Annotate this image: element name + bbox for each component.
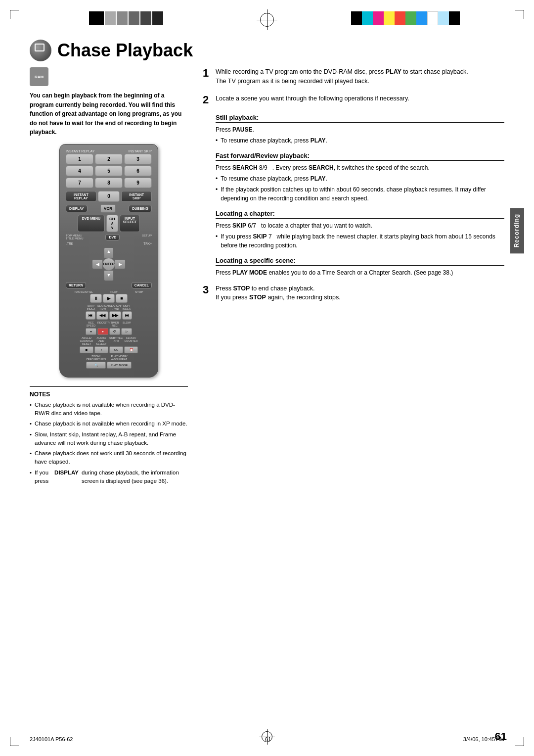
corner-mark-br xyxy=(515,737,524,746)
content-columns: You can begin playback from the beginnin… xyxy=(30,67,504,487)
btn-play[interactable]: ▶ xyxy=(103,294,115,303)
crosshair-circle-top xyxy=(260,13,274,27)
step-3-num: 3 xyxy=(203,284,212,303)
btn-ffwd[interactable]: ▶▶ xyxy=(109,311,121,320)
still-bullet: • To resume chase playback, press PLAY. xyxy=(216,136,504,145)
btn-dvd[interactable]: DVD xyxy=(105,234,120,240)
btn-skip-fwd[interactable]: ⏭ xyxy=(122,311,132,320)
btn-dubbing[interactable]: DUBBING xyxy=(129,205,152,212)
btn-rew[interactable]: ◀◀ xyxy=(96,311,108,320)
btn-3[interactable]: 3 xyxy=(124,154,152,164)
btn-vcr[interactable]: VCR xyxy=(100,204,116,213)
rec-row: ● ● ⏱ ▷ xyxy=(66,328,152,335)
corner-mark-bl xyxy=(10,737,19,746)
btn-play-mode[interactable]: PLAY MODE xyxy=(107,362,132,369)
btn-0[interactable]: 0 xyxy=(98,191,120,202)
btn-enter[interactable]: ENTER xyxy=(102,258,115,271)
ffwd-title: Fast forward/Review playback: xyxy=(216,152,504,161)
ffwd-section: Fast forward/Review playback: Press SEAR… xyxy=(216,152,504,203)
btn-5[interactable]: 5 xyxy=(95,166,123,176)
swatch-white xyxy=(427,11,438,25)
btn-instant-replay[interactable]: INSTANTREPLAY xyxy=(66,191,96,202)
btn-audio[interactable]: ♪ xyxy=(94,346,108,353)
specific-body: Press PLAY MODE enables you to do a Time… xyxy=(216,268,504,277)
btn-return[interactable]: RETURN xyxy=(66,282,86,288)
ffwd-bullet-2: • If the playback position catches up to… xyxy=(216,185,504,203)
btn-dvd-menu[interactable]: DVD MENU xyxy=(78,215,105,232)
step-1-text: While recording a TV program onto the DV… xyxy=(216,67,504,86)
step-1: 1 While recording a TV program onto the … xyxy=(203,67,504,86)
btn-6[interactable]: 6 xyxy=(124,166,152,176)
step-3: 3 Press STOP to end chase playback. If y… xyxy=(203,284,504,303)
nav-up-btn[interactable]: ▲ xyxy=(104,247,114,258)
ffwd-body: Press SEARCH 8/9 . Every press SEARCH, i… xyxy=(216,163,504,203)
btn-9[interactable]: 9 xyxy=(124,178,152,188)
note-item-4: Chase playback does not work until 30 se… xyxy=(30,449,188,467)
grey-swatches xyxy=(105,11,163,25)
btn-pause[interactable]: ⏸ xyxy=(90,294,102,303)
btn-angle[interactable]: ▣ xyxy=(80,346,93,353)
right-column: 1 While recording a TV program onto the … xyxy=(203,67,504,487)
center-crosshair xyxy=(260,13,274,27)
nav-left-btn[interactable]: ◀ xyxy=(92,259,103,269)
note-item-2: Chase playback is not available when rec… xyxy=(30,420,188,428)
footer-crosshair xyxy=(262,731,272,742)
btn-clock[interactable]: ⏰ xyxy=(124,346,138,353)
remote-control: INSTANT REPLAY INSTANT SKIP 1 2 3 4 5 6 … xyxy=(59,144,158,378)
note-item-1: Chase playback is not available when rec… xyxy=(30,401,188,418)
chapter-icon xyxy=(30,40,51,61)
play-label-top: PLAY xyxy=(110,290,118,293)
swatch-ltblue xyxy=(438,11,449,25)
swatch-yellow xyxy=(384,11,395,25)
setup-label: SETUP xyxy=(142,234,152,240)
swatch-magenta xyxy=(373,11,384,25)
grey-swatch-4 xyxy=(140,11,151,25)
top-registration-bar xyxy=(0,9,534,28)
btn-slow[interactable]: ▷ xyxy=(121,328,132,335)
chapter-bullet: • If you press SKIP 7 while playing back… xyxy=(216,232,504,250)
grey-swatch-5 xyxy=(152,11,163,25)
btn-ch[interactable]: CH∧∨ xyxy=(106,215,118,232)
step-2-num: 2 xyxy=(203,94,212,106)
swatch-blue xyxy=(416,11,427,25)
btn-zoom[interactable]: 🔍 xyxy=(86,362,106,369)
btn-instant-skip[interactable]: INSTANTSKIP xyxy=(121,191,152,202)
btn-timer-rec[interactable]: ⏱ xyxy=(109,328,120,335)
btn-8[interactable]: 8 xyxy=(95,178,123,188)
swatch-black xyxy=(351,11,362,25)
pause-still-label: PAUSE/STILL xyxy=(75,290,93,293)
display-dubbing-row: DISPLAY VCR DUBBING xyxy=(66,204,152,213)
btn-display[interactable]: DISPLAY xyxy=(66,205,88,212)
page-title: Chase Playback xyxy=(57,40,193,61)
swatch-green xyxy=(405,11,416,25)
btn-1[interactable]: 1 xyxy=(66,154,93,164)
specific-section: Locating a specific scene: Press PLAY MO… xyxy=(216,257,504,277)
still-playback-section: Still playback: Press PAUSE. • To resume… xyxy=(216,114,504,145)
btn-rec-otr[interactable]: ● xyxy=(97,328,108,335)
btn-cancel[interactable]: CANCEL xyxy=(132,282,152,288)
notes-section: NOTES Chase playback is not available wh… xyxy=(30,386,188,485)
btn-7[interactable]: 7 xyxy=(66,178,93,188)
notes-title: NOTES xyxy=(30,391,188,398)
recording-tab: Recording xyxy=(510,208,524,253)
chapter-title: Locating a chapter: xyxy=(216,210,504,219)
btn-skip-back[interactable]: ⏮ xyxy=(86,311,95,320)
btn-stop[interactable]: ■ xyxy=(116,294,128,303)
main-content: Chase Playback You can begin playback fr… xyxy=(30,40,504,726)
stop-label-top: STOP xyxy=(135,290,143,293)
nav-right-btn[interactable]: ▶ xyxy=(115,259,126,269)
trk-minus-label: -TRK xyxy=(66,242,73,245)
skip-search-row: ⏮ ◀◀ ▶▶ ⏭ xyxy=(66,311,152,320)
btn-subtitle[interactable]: CC xyxy=(109,346,123,353)
btn-rec-speed[interactable]: ● xyxy=(86,328,96,335)
step-1-num: 1 xyxy=(203,67,212,86)
nav-down-btn[interactable]: ▼ xyxy=(104,270,114,281)
btn-4[interactable]: 4 xyxy=(66,166,93,176)
function-labels-1: ANGLE/COUNTER RESET AUDIO/ADD SELECT SUB… xyxy=(66,336,152,345)
step-3-text: Press STOP to end chase playback. If you… xyxy=(216,284,504,303)
btn-2[interactable]: 2 xyxy=(95,154,123,164)
playback-controls: ⏸ ▶ ■ xyxy=(66,294,152,303)
btn-input-select[interactable]: INPUTSELECT xyxy=(120,215,140,232)
remote-numpad: 1 2 3 4 5 6 7 8 9 xyxy=(66,154,152,188)
step-2-text: Locate a scene you want through the foll… xyxy=(216,94,504,106)
